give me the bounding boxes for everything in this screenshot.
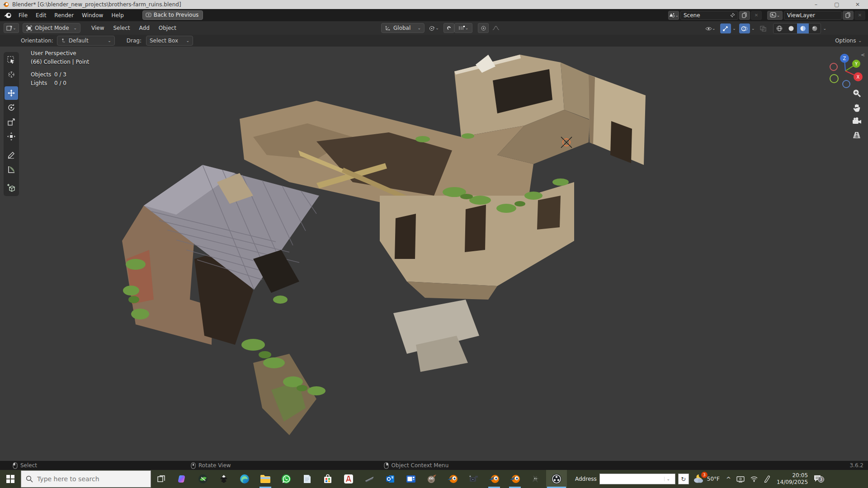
camera-view-control[interactable]: [852, 117, 863, 127]
taskbar-app-gimp-icon[interactable]: [421, 470, 442, 488]
tool-cursor[interactable]: [5, 68, 18, 81]
menu-help[interactable]: Help: [107, 10, 127, 20]
proportional-falloff-selector[interactable]: [491, 23, 501, 33]
shading-rendered-button[interactable]: [809, 23, 821, 33]
show-gizmo-toggle[interactable]: [720, 23, 731, 33]
delete-viewlayer-button[interactable]: ✕: [854, 11, 865, 20]
transform-orientation-selector[interactable]: Global ⌄: [381, 23, 425, 33]
restore-button[interactable]: ▢: [826, 1, 847, 8]
tray-overflow-chevron[interactable]: ^: [726, 476, 731, 483]
shading-wireframe-button[interactable]: [774, 23, 785, 33]
taskbar-app-acrobat-icon[interactable]: [338, 470, 359, 488]
tool-measure[interactable]: [5, 163, 18, 176]
editor-type-button[interactable]: ⌄: [4, 23, 19, 33]
tool-select-box[interactable]: [5, 53, 18, 67]
tool-rotate[interactable]: [5, 101, 18, 114]
menu-window[interactable]: Window: [78, 10, 107, 20]
viewlayer-browse-button[interactable]: ⌄: [767, 11, 783, 20]
taskbar-app-globe-icon[interactable]: [193, 470, 213, 488]
menu-file[interactable]: File: [14, 10, 32, 20]
options-dropdown[interactable]: Options ⌄: [835, 38, 862, 44]
chevron-down-icon[interactable]: ⌄: [664, 477, 672, 481]
taskbar-app-whatsapp-icon[interactable]: [276, 470, 297, 488]
chevron-down-icon[interactable]: ⌄: [823, 26, 826, 31]
taskbar-app-copilot-icon[interactable]: [172, 470, 193, 488]
taskbar-search[interactable]: [21, 470, 151, 488]
scene-browse-button[interactable]: ⌄: [668, 11, 679, 20]
minimize-button[interactable]: –: [806, 1, 826, 8]
taskbar-clock[interactable]: 20:05 14/09/2025: [777, 472, 808, 486]
task-view-button[interactable]: [151, 470, 172, 488]
taskbar-app-outlook-icon[interactable]: [380, 470, 401, 488]
search-input[interactable]: [37, 475, 137, 483]
address-input[interactable]: [600, 474, 664, 484]
taskbar-app-dark-icon[interactable]: [525, 470, 546, 488]
menu-render[interactable]: Render: [50, 10, 78, 20]
address-go-button[interactable]: ↻: [678, 474, 689, 484]
chevron-down-icon[interactable]: ⌄: [750, 26, 756, 31]
back-to-previous-button[interactable]: Back to Previous: [142, 10, 203, 20]
tool-annotate[interactable]: [5, 148, 18, 162]
menu-edit[interactable]: Edit: [32, 10, 50, 20]
object-visibility-selector[interactable]: ⌄: [702, 23, 718, 33]
proportional-editing-toggle[interactable]: [478, 23, 489, 33]
zoom-control[interactable]: [852, 88, 862, 99]
taskbar-app-blender-2-icon[interactable]: [484, 470, 505, 488]
selected-point-object[interactable]: [561, 137, 572, 148]
duplicate-icon: [845, 12, 851, 18]
taskbar-app-edge-icon[interactable]: [234, 470, 255, 488]
wifi-icon[interactable]: [750, 476, 758, 482]
pivot-point-selector[interactable]: ⌄: [426, 23, 442, 33]
menu-add[interactable]: Add: [135, 23, 154, 33]
orientation-setting-selector[interactable]: Default ⌄: [57, 36, 115, 46]
show-overlays-toggle[interactable]: [739, 23, 750, 33]
pan-control[interactable]: [852, 103, 862, 114]
mode-selector[interactable]: Object Mode ⌄: [23, 23, 80, 33]
xray-toggle[interactable]: [758, 23, 769, 33]
tool-move[interactable]: [5, 86, 18, 100]
menu-view[interactable]: View: [87, 23, 108, 33]
notification-center-button[interactable]: 3: [813, 474, 822, 484]
snap-with-selector[interactable]: ⌄: [454, 23, 472, 33]
scene-selector[interactable]: ⌄ Scene ✕: [667, 11, 762, 20]
tool-transform[interactable]: [5, 130, 18, 143]
taskbar-app-inkscape-icon[interactable]: [213, 470, 234, 488]
ruins-model[interactable]: [0, 47, 868, 461]
address-input-wrap[interactable]: ⌄: [599, 474, 675, 484]
new-viewlayer-button[interactable]: [843, 11, 854, 20]
tool-add-cube[interactable]: [5, 181, 18, 195]
taskbar-app-wedge-icon[interactable]: [359, 470, 380, 488]
close-button[interactable]: ✕: [847, 1, 868, 8]
taskbar-app-file-explorer-icon[interactable]: [255, 470, 276, 488]
scene-name[interactable]: Scene: [684, 12, 700, 19]
taskbar-app-media-icon[interactable]: [401, 470, 421, 488]
taskbar-app-obs-icon[interactable]: [546, 470, 567, 488]
orthographic-toggle-control[interactable]: [852, 131, 862, 141]
menu-object[interactable]: Object: [154, 23, 181, 33]
taskbar-app-blender-3-icon[interactable]: [505, 470, 525, 488]
new-scene-button[interactable]: [739, 11, 750, 20]
snap-toggle[interactable]: [443, 23, 454, 33]
delete-scene-button[interactable]: ✕: [751, 11, 762, 20]
start-button[interactable]: [0, 470, 21, 488]
windows-ink-pen-icon[interactable]: [764, 475, 770, 483]
taskbar-app-metashape-icon[interactable]: [463, 470, 484, 488]
taskbar-app-store-icon[interactable]: [317, 470, 338, 488]
taskbar-app-blender-icon[interactable]: [442, 470, 463, 488]
navigation-gizmo[interactable]: Z Y X: [825, 50, 866, 92]
tool-scale[interactable]: [5, 115, 18, 129]
menu-select[interactable]: Select: [108, 23, 134, 33]
viewlayer-name[interactable]: ViewLayer: [787, 12, 815, 19]
pin-icon[interactable]: [730, 13, 735, 18]
viewlayer-selector[interactable]: ⌄ ViewLayer ✕: [766, 11, 865, 20]
cast-display-icon[interactable]: [736, 476, 745, 483]
viewport-overlay-text: User Perspective (66) Collection | Point…: [31, 49, 89, 88]
weather-widget[interactable]: 3 50°F: [693, 474, 720, 485]
shading-material-button[interactable]: [797, 23, 809, 33]
sidebar-collapse-arrow[interactable]: <: [861, 52, 865, 58]
viewport-3d[interactable]: User Perspective (66) Collection | Point…: [0, 47, 868, 461]
shading-solid-button[interactable]: [785, 23, 797, 33]
taskbar-app-notepad-icon[interactable]: [297, 470, 317, 488]
chevron-down-icon[interactable]: ⌄: [731, 26, 737, 31]
drag-setting-selector[interactable]: Select Box ⌄: [146, 36, 193, 46]
